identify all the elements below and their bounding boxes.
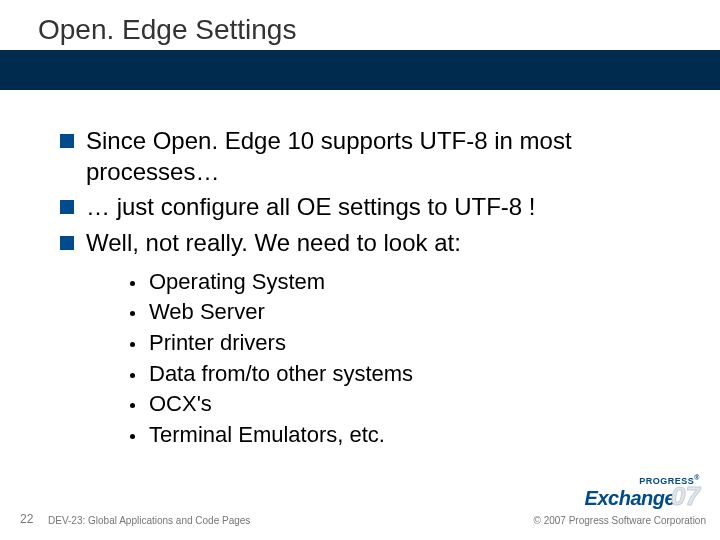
title-accent-bar xyxy=(0,50,720,90)
title-area: Open. Edge Settings xyxy=(0,0,720,90)
sub-bullet-list: Operating System Web Server Printer driv… xyxy=(130,268,680,450)
dot-bullet-icon xyxy=(130,311,135,316)
sub-bullet-item: Printer drivers xyxy=(130,329,680,358)
bullet-text: Since Open. Edge 10 supports UTF-8 in mo… xyxy=(86,125,680,187)
square-bullet-icon xyxy=(60,134,74,148)
sub-bullet-item: Data from/to other systems xyxy=(130,360,680,389)
sub-bullet-text: Printer drivers xyxy=(149,329,286,358)
copyright-text: © 2007 Progress Software Corporation xyxy=(534,515,706,526)
sub-bullet-text: OCX's xyxy=(149,390,212,419)
square-bullet-icon xyxy=(60,236,74,250)
slide-title: Open. Edge Settings xyxy=(38,14,296,46)
sub-bullet-item: Operating System xyxy=(130,268,680,297)
bullet-item: … just configure all OE settings to UTF-… xyxy=(60,191,680,222)
sub-bullet-text: Terminal Emulators, etc. xyxy=(149,421,385,450)
footer: 22 DEV-23: Global Applications and Code … xyxy=(0,492,720,540)
sub-bullet-item: Terminal Emulators, etc. xyxy=(130,421,680,450)
dot-bullet-icon xyxy=(130,373,135,378)
slide-number: 22 xyxy=(20,512,33,526)
session-title: DEV-23: Global Applications and Code Pag… xyxy=(48,515,250,526)
registered-icon: ® xyxy=(694,474,700,481)
dot-bullet-icon xyxy=(130,434,135,439)
bullet-item: Well, not really. We need to look at: xyxy=(60,227,680,258)
dot-bullet-icon xyxy=(130,342,135,347)
slide: Open. Edge Settings Since Open. Edge 10 … xyxy=(0,0,720,540)
dot-bullet-icon xyxy=(130,281,135,286)
bullet-item: Since Open. Edge 10 supports UTF-8 in mo… xyxy=(60,125,680,187)
dot-bullet-icon xyxy=(130,403,135,408)
content-area: Since Open. Edge 10 supports UTF-8 in mo… xyxy=(60,125,680,451)
sub-bullet-text: Operating System xyxy=(149,268,325,297)
bullet-text: Well, not really. We need to look at: xyxy=(86,227,461,258)
sub-bullet-text: Data from/to other systems xyxy=(149,360,413,389)
sub-bullet-item: OCX's xyxy=(130,390,680,419)
sub-bullet-item: Web Server xyxy=(130,298,680,327)
sub-bullet-text: Web Server xyxy=(149,298,265,327)
bullet-text: … just configure all OE settings to UTF-… xyxy=(86,191,536,222)
square-bullet-icon xyxy=(60,200,74,214)
